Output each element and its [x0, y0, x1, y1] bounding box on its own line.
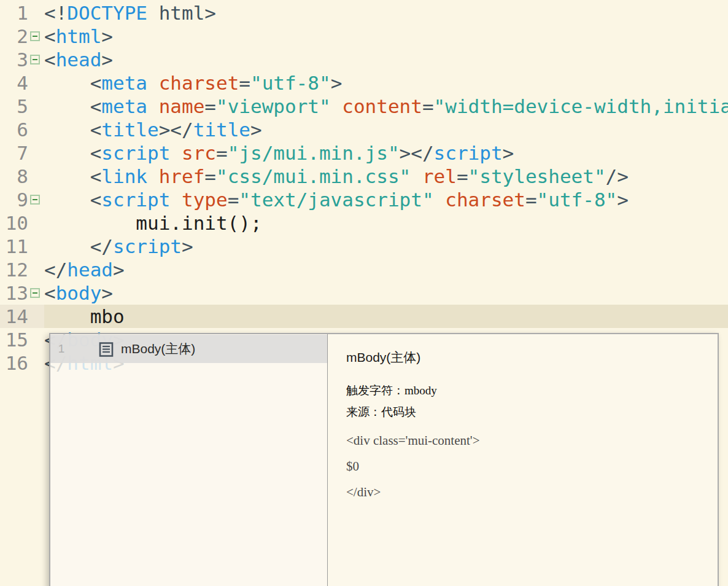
snippet-source-label: 来源：	[346, 405, 381, 418]
line-number[interactable]: 16	[0, 351, 28, 375]
line-number[interactable]: 10	[0, 211, 28, 235]
code-line-4[interactable]: 4 <meta charset="utf-8">	[0, 71, 728, 95]
code-text[interactable]: </head>	[44, 258, 728, 281]
fold-column	[28, 258, 44, 281]
gutter: 10	[0, 211, 44, 235]
snippet-preview-line: </div>	[346, 483, 705, 501]
gutter: 1	[0, 1, 44, 25]
fold-column	[28, 71, 44, 95]
snippet-trigger-label: 触发字符：	[346, 384, 405, 397]
snippet-info: 触发字符：mbody 来源：代码块	[346, 380, 705, 423]
line-number[interactable]: 4	[0, 71, 28, 95]
snippet-preview: <div class='mui-content'>$0</div>	[346, 432, 705, 501]
gutter: 3	[0, 48, 44, 71]
code-text[interactable]: <link href="css/mui.min.css" rel="styles…	[44, 165, 728, 188]
fold-column	[28, 281, 44, 305]
code-line-12[interactable]: 12</head>	[0, 258, 728, 281]
line-number[interactable]: 11	[0, 235, 28, 258]
code-line-6[interactable]: 6 <title></title>	[0, 118, 728, 141]
code-line-8[interactable]: 8 <link href="css/mui.min.css" rel="styl…	[0, 165, 728, 188]
code-line-3[interactable]: 3<head>	[0, 48, 728, 71]
code-line-13[interactable]: 13<body>	[0, 281, 728, 305]
code-text[interactable]: <title></title>	[44, 118, 728, 141]
fold-column	[28, 188, 44, 211]
code-line-1[interactable]: 1<!DOCTYPE html>	[0, 1, 728, 25]
line-number[interactable]: 12	[0, 258, 28, 281]
fold-column	[28, 25, 44, 48]
line-number[interactable]: 2	[0, 25, 28, 48]
gutter: 14	[0, 305, 44, 328]
code-text[interactable]: </script>	[44, 235, 728, 258]
line-number[interactable]: 5	[0, 95, 28, 118]
code-line-10[interactable]: 10 mui.init();	[0, 211, 728, 235]
fold-column	[28, 95, 44, 118]
gutter: 7	[0, 141, 44, 165]
fold-collapse-icon[interactable]	[30, 55, 40, 64]
code-text[interactable]: <meta charset="utf-8">	[44, 71, 728, 95]
fold-column	[28, 328, 44, 351]
fold-column	[28, 351, 44, 375]
code-text[interactable]: mui.init();	[44, 211, 728, 235]
gutter: 5	[0, 95, 44, 118]
fold-column	[28, 1, 44, 25]
snippet-title: mBody(主体)	[346, 349, 705, 366]
fold-column	[28, 118, 44, 141]
completion-item-label: mBody(主体)	[121, 340, 195, 357]
code-assist-popup: 1 mBody(主体) mBody(主体) 触发字符：mbody 来源：代码块 …	[49, 333, 719, 586]
gutter: 12	[0, 258, 44, 281]
code-line-2[interactable]: 2<html>	[0, 25, 728, 48]
code-text[interactable]: <head>	[44, 48, 728, 71]
fold-column	[28, 48, 44, 71]
fold-collapse-icon[interactable]	[30, 288, 40, 298]
fold-column	[28, 211, 44, 235]
code-line-9[interactable]: 9 <script type="text/javascript" charset…	[0, 188, 728, 211]
quick-select-index: 1	[57, 342, 66, 356]
gutter: 9	[0, 188, 44, 211]
line-number[interactable]: 1	[0, 1, 28, 25]
snippet-source-value: 代码块	[381, 405, 416, 418]
line-number[interactable]: 3	[0, 48, 28, 71]
line-number[interactable]: 15	[0, 328, 28, 351]
line-number[interactable]: 9	[0, 188, 28, 211]
code-text[interactable]: <script type="text/javascript" charset="…	[44, 188, 728, 211]
gutter: 4	[0, 71, 44, 95]
line-number[interactable]: 6	[0, 118, 28, 141]
gutter: 16	[0, 351, 44, 375]
fold-column	[28, 235, 44, 258]
fold-column	[28, 305, 44, 328]
gutter: 13	[0, 281, 44, 305]
line-number[interactable]: 14	[0, 305, 28, 328]
code-line-14[interactable]: 14 mbo	[0, 305, 728, 328]
code-line-11[interactable]: 11 </script>	[0, 235, 728, 258]
completion-list[interactable]: 1 mBody(主体)	[50, 334, 328, 586]
fold-collapse-icon[interactable]	[30, 31, 40, 41]
fold-collapse-icon[interactable]	[30, 195, 40, 205]
snippet-preview-line: <div class='mui-content'>	[346, 432, 705, 449]
code-text[interactable]: mbo	[44, 305, 728, 328]
code-text[interactable]: <html>	[44, 25, 728, 48]
code-text[interactable]: <body>	[44, 281, 728, 305]
gutter: 2	[0, 25, 44, 48]
snippet-source-row: 来源：代码块	[346, 401, 705, 423]
snippet-trigger-row: 触发字符：mbody	[346, 380, 705, 401]
snippet-preview-line: $0	[346, 458, 705, 475]
completion-detail-panel: mBody(主体) 触发字符：mbody 来源：代码块 <div class='…	[328, 334, 718, 586]
fold-column	[28, 165, 44, 188]
gutter: 11	[0, 235, 44, 258]
completion-item-selected[interactable]: 1 mBody(主体)	[50, 335, 327, 363]
code-text[interactable]: <!DOCTYPE html>	[44, 1, 728, 25]
code-line-5[interactable]: 5 <meta name="viewport" content="width=d…	[0, 95, 728, 118]
gutter: 8	[0, 165, 44, 188]
code-text[interactable]: <script src="js/mui.min.js"></script>	[44, 141, 728, 165]
snippet-trigger-value: mbody	[405, 384, 437, 397]
gutter: 15	[0, 328, 44, 351]
fold-column	[28, 141, 44, 165]
line-number[interactable]: 8	[0, 165, 28, 188]
code-line-7[interactable]: 7 <script src="js/mui.min.js"></script>	[0, 141, 728, 165]
code-text[interactable]: <meta name="viewport" content="width=dev…	[44, 95, 728, 118]
gutter: 6	[0, 118, 44, 141]
line-number[interactable]: 7	[0, 141, 28, 165]
line-number[interactable]: 13	[0, 281, 28, 305]
snippet-document-icon	[98, 341, 114, 357]
